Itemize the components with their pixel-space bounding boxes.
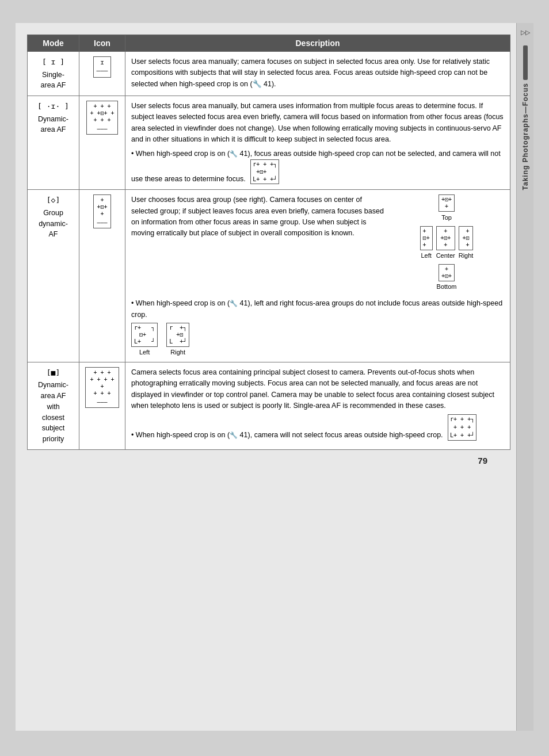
mode-symbol: [ ɪ ] <box>33 56 73 68</box>
icon-cell-single-af: ɪ ——— <box>79 52 125 96</box>
mode-cell-closest: [■] Dynamic-area AFwithclosestsubjectpri… <box>28 362 79 449</box>
mode-symbol: [■] <box>33 367 73 379</box>
header-mode: Mode <box>28 35 79 52</box>
diagram-top-label: Top <box>389 213 504 223</box>
desc-cell-dynamic-af: User selects focus area manually, but ca… <box>125 96 510 190</box>
side-tab-text: Taking Photographs—Focus <box>521 83 529 190</box>
note-right-box: r +┐ +⊡L +┘ Right <box>166 323 189 357</box>
desc-note: • When high-speed crop is on (🔧 41), foc… <box>131 148 504 185</box>
desc-text: User selects focus area manually; camera… <box>131 58 490 88</box>
note-icon-box-closest: r+ + +┐ + + +L+ + +┘ <box>448 414 476 441</box>
desc-note-closest: • When high-speed crop is on (🔧 41), cam… <box>131 414 504 441</box>
page-wrapper: Mode Icon Description [ ɪ ] Single-area … <box>16 23 533 731</box>
note-left-label: Left <box>131 348 158 357</box>
small-note-boxes: r+ ┐⊡+ L+ ┘ Left r +┐ +⊡L +┘ Right <box>131 323 504 357</box>
desc-text-left: User chooses focus area group (see right… <box>131 196 384 237</box>
icon-box: + +⊡+ + ——— <box>93 194 110 228</box>
diagram-right: ++⊡ + Right <box>459 226 474 261</box>
side-tab-icon: ▷▷ <box>521 29 530 36</box>
icon-box: + + ++ + + + ++ + + ——— <box>85 367 119 408</box>
desc-left: User chooses focus area group (see right… <box>131 194 384 295</box>
desc-cell-group-af: User chooses focus area group (see right… <box>125 190 510 362</box>
note-icon-box: r+ + +┐ +⊡+L+ + +┘ <box>250 159 279 184</box>
diagram-middle-row: + ⊡++ Left + +⊡+ + Center <box>389 226 504 261</box>
desc-split: User chooses focus area group (see right… <box>131 194 504 295</box>
desc-cell-single-af: User selects focus area manually; camera… <box>125 52 510 96</box>
main-table: Mode Icon Description [ ɪ ] Single-area … <box>27 35 510 450</box>
table-row: [■] Dynamic-area AFwithclosestsubjectpri… <box>28 362 510 449</box>
page-number: 79 <box>27 450 510 465</box>
mode-label: Dynamic-area AF <box>38 115 68 134</box>
diagram-center-label: Center <box>436 251 455 261</box>
diagram-left: + ⊡++ Left <box>420 226 433 261</box>
table-row: [ ɪ ] Single-area AF ɪ ——— User selects … <box>28 52 510 96</box>
diagram-right-label: Right <box>459 251 474 261</box>
mode-label: Groupdynamic-AF <box>39 209 68 239</box>
icon-box: ɪ ——— <box>93 56 112 78</box>
mode-label: Dynamic-area AFwithclosestsubjectpriorit… <box>38 381 68 443</box>
note-left-box: r+ ┐⊡+ L+ ┘ Left <box>131 323 158 357</box>
mode-symbol: [ ·ɪ· ] <box>33 101 73 112</box>
diagram-center: + +⊡+ + Center <box>436 226 455 261</box>
note-right-label: Right <box>166 348 189 357</box>
mode-label: Single-area AF <box>41 71 66 90</box>
mode-cell-single-af: [ ɪ ] Single-area AF <box>28 52 79 96</box>
desc-text-main: User selects focus area manually, but ca… <box>131 102 504 143</box>
header-description: Description <box>125 35 510 52</box>
icon-cell-dynamic-af: + + ++ +⊡+ ++ + + ——— <box>79 96 125 190</box>
side-tab-bar <box>523 45 528 80</box>
icon-cell-group-af: + +⊡+ + ——— <box>79 190 125 362</box>
desc-note-group: • When high-speed crop is on (🔧 41), lef… <box>131 298 504 357</box>
icon-cell-closest: + + ++ + + + ++ + + ——— <box>79 362 125 449</box>
mode-cell-dynamic-af: [ ·ɪ· ] Dynamic-area AF <box>28 96 79 190</box>
table-row: [ ·ɪ· ] Dynamic-area AF + + ++ +⊡+ ++ + … <box>28 96 510 190</box>
desc-text: Camera selects focus area containing pri… <box>131 368 494 410</box>
desc-cell-closest: Camera selects focus area containing pri… <box>125 362 510 449</box>
mode-cell-group-af: [◇] Groupdynamic-AF <box>28 190 79 362</box>
diagram-bottom: + +⊡+ Bottom <box>389 264 504 292</box>
side-tab: ▷▷ Taking Photographs—Focus <box>516 23 533 731</box>
icon-box: + + ++ +⊡+ ++ + + ——— <box>86 101 117 135</box>
main-content: Mode Icon Description [ ɪ ] Single-area … <box>16 23 516 731</box>
header-icon: Icon <box>79 35 125 52</box>
diagram-top: +⊡+ + Top <box>389 194 504 222</box>
diagram-bottom-label: Bottom <box>389 282 504 292</box>
desc-right-diagrams: +⊡+ + Top + ⊡++ <box>389 194 504 295</box>
table-row: [◇] Groupdynamic-AF + +⊡+ + ——— User cho… <box>28 190 510 362</box>
mode-symbol: [◇] <box>33 194 73 206</box>
diagram-left-label: Left <box>420 251 433 261</box>
